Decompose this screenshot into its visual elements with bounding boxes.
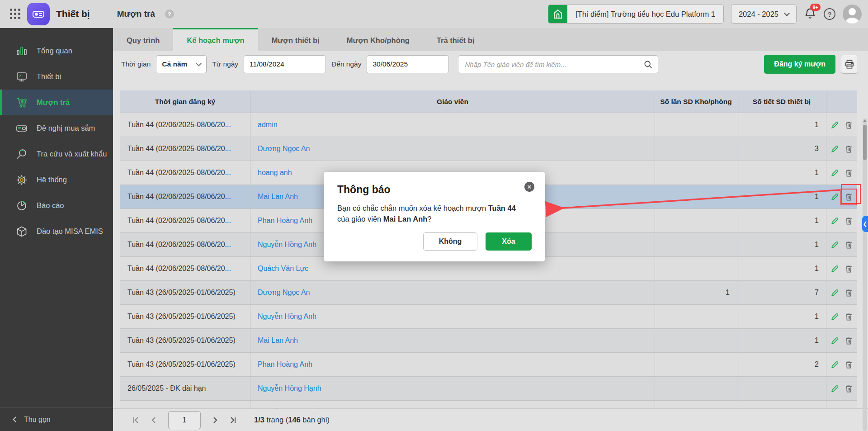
edit-icon[interactable] [830,336,839,345]
from-date-field [244,55,326,73]
notifications-button[interactable]: 9+ [804,7,816,21]
delete-icon[interactable] [844,289,853,297]
apps-grid-icon[interactable] [10,9,21,19]
school-year-value: 2024 - 2025 [739,10,778,19]
teacher-link[interactable]: Mai Lan Anh [258,193,298,201]
teacher-link[interactable]: Dương Ngọc An [258,145,310,153]
cell-warehouse-uses [655,329,737,352]
sidebar-item-thiet-bi[interactable]: Thiết bị [0,64,113,90]
next-page-icon[interactable] [208,413,222,427]
delete-icon[interactable] [844,145,853,153]
teacher-link[interactable]: admin [258,121,278,129]
sidebar-item-de-nghi-mua-sam[interactable]: Đề nghị mua sắm [0,115,113,141]
current-page-box[interactable]: 1 [168,411,201,429]
edit-icon[interactable] [830,313,839,321]
edit-icon[interactable] [830,169,839,177]
close-icon[interactable]: ✕ [524,182,534,192]
dialog-message: Bạn có chắc chắn muốn xóa kế hoạch mượn … [337,203,527,225]
col-header-teacher[interactable]: Giáo viên [250,90,655,113]
school-selector[interactable]: [Thí điểm] Trường tiểu học Edu Platform … [548,5,724,24]
from-date-label: Từ ngày [212,60,238,68]
delete-icon[interactable] [844,193,853,201]
table-row[interactable]: 26/05/2025 - ĐK dài hạn Nguyễn Hồng Hạnh [120,377,857,401]
to-date-input[interactable] [367,60,449,68]
delete-icon[interactable] [844,241,853,249]
delete-icon[interactable] [844,121,853,129]
table-row[interactable]: Tuần 43 (26/05/2025-01/06/2025) Mai Lan … [120,329,857,353]
tab-quy-trinh[interactable]: Quy trình [113,28,173,51]
delete-icon[interactable] [844,217,853,225]
delete-icon[interactable] [844,169,853,177]
from-date-input[interactable] [244,60,326,68]
edit-icon[interactable] [830,145,839,153]
teacher-link[interactable]: Quách Văn Lực [258,265,308,273]
app-icon[interactable] [27,3,50,25]
edit-icon[interactable] [830,241,839,249]
module-help-icon[interactable]: ? [165,9,174,19]
col-header-period[interactable]: Thời gian đăng ký [120,90,250,113]
col-header-device-periods[interactable]: Số tiết SD thiết bị [737,90,826,113]
sidebar-item-he-thong[interactable]: Hệ thống [0,167,113,193]
tab-ke-hoach-muon[interactable]: Kế hoạch mượn [173,28,258,51]
sidebar-item-tra-cuu[interactable]: Tra cứu và xuất khẩu [0,141,113,167]
delete-icon[interactable] [844,360,853,369]
sidebar-item-tong-quan[interactable]: Tổng quan [0,38,113,64]
table-row[interactable]: Tuần 43 (26/05/2025-01/06/2025) Phan Hoà… [120,353,857,377]
table-row[interactable]: Tuần 44 (02/06/2025-08/06/20... Dương Ng… [120,137,857,161]
cell-warehouse-uses [655,353,737,376]
edit-icon[interactable] [830,217,839,225]
time-filter-select[interactable]: Cả năm [156,55,207,73]
teacher-link[interactable]: Dương Ngọc An [258,289,310,297]
scrollbar-thumb[interactable] [863,125,867,160]
cell-warehouse-uses [655,377,737,400]
teacher-link[interactable]: Mai Lan Anh [258,336,298,345]
first-page-icon[interactable] [129,413,143,427]
teacher-search-input[interactable] [458,61,643,68]
teacher-link[interactable]: hoang anh [258,169,292,177]
table-row[interactable]: Tuần 44 (02/06/2025-08/06/20... admin 1 [120,113,857,137]
teacher-link[interactable]: Nguyễn Hồng Anh [258,313,316,321]
edit-icon[interactable] [830,360,839,369]
tab-tra-thiet-bi[interactable]: Trả thiết bị [423,28,488,51]
sidebar-collapse-button[interactable]: Thu gọn [0,407,113,431]
delete-icon[interactable] [844,336,853,345]
prev-page-icon[interactable] [147,413,161,427]
edit-icon[interactable] [830,121,839,129]
edit-icon[interactable] [830,265,839,273]
last-page-icon[interactable] [226,413,240,427]
table-row[interactable]: Tuần 43 (26/05/2025-01/06/2025) Nguyễn P… [120,401,857,408]
avatar[interactable] [843,5,862,24]
side-panel-expand-handle[interactable]: ❮ [862,216,868,232]
edit-icon[interactable] [830,384,839,393]
confirm-delete-button[interactable]: Xóa [486,232,532,251]
delete-icon[interactable] [844,313,853,321]
scroll-up-arrow-icon[interactable] [863,119,867,122]
teacher-link[interactable]: Phan Hoàng Anh [258,360,312,369]
delete-icon[interactable] [844,265,853,273]
cell-teacher: Dương Ngọc An [250,281,655,304]
vertical-scrollbar[interactable] [863,118,867,431]
school-year-select[interactable]: 2024 - 2025 [731,5,797,24]
edit-icon[interactable] [830,289,839,297]
sidebar-item-bao-cao[interactable]: Báo cáo [0,193,113,218]
sidebar-item-dao-tao[interactable]: Đào tạo MISA EMIS [0,218,113,244]
tab-muon-thiet-bi[interactable]: Mượn thiết bị [258,28,333,51]
delete-icon[interactable] [844,384,853,393]
help-button[interactable]: ? [824,8,835,20]
sidebar-item-label: Tra cứu và xuất khẩu [37,150,107,158]
table-row[interactable]: Tuần 43 (26/05/2025-01/06/2025) Nguyễn H… [120,305,857,329]
teacher-link[interactable]: Phan Hoàng Anh [258,217,312,225]
search-icon [16,148,28,160]
cell-registration-period: Tuần 43 (26/05/2025-01/06/2025) [120,329,250,352]
sidebar-item-muon-tra[interactable]: Mượn trả [0,90,113,115]
search-icon[interactable] [643,60,658,69]
teacher-link[interactable]: Nguyễn Hồng Anh [258,241,316,249]
register-borrow-button[interactable]: Đăng ký mượn [764,55,835,74]
table-row[interactable]: Tuần 43 (26/05/2025-01/06/2025) Dương Ng… [120,281,857,305]
print-button[interactable] [841,55,858,74]
teacher-link[interactable]: Nguyễn Hồng Hạnh [258,384,321,393]
tab-muon-kho-phong[interactable]: Mượn Kho/phòng [333,28,423,51]
edit-icon[interactable] [830,193,839,201]
cancel-button[interactable]: Không [423,232,477,251]
col-header-warehouse-uses[interactable]: Số lần SD Kho/phòng [655,90,737,113]
